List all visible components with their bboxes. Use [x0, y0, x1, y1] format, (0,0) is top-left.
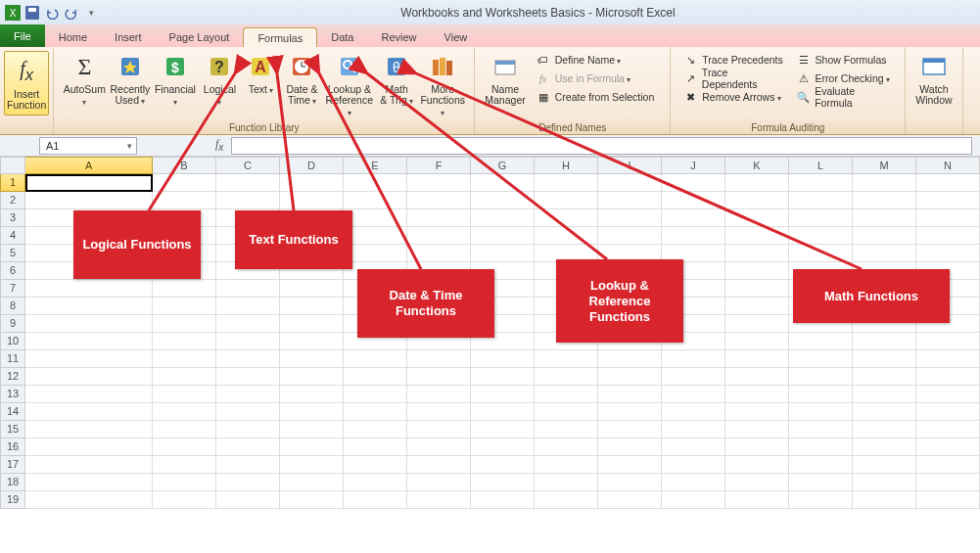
cell-E17[interactable]: [344, 456, 407, 474]
cell-M13[interactable]: [853, 386, 916, 403]
cell-K17[interactable]: [725, 456, 789, 474]
cell-K16[interactable]: [725, 438, 789, 456]
row-header-3[interactable]: 3: [0, 209, 25, 227]
cell-B16[interactable]: [153, 438, 216, 456]
column-header-B[interactable]: B: [153, 157, 216, 174]
cell-M1[interactable]: [853, 174, 916, 192]
cell-A1[interactable]: [25, 174, 153, 192]
math-trig-button[interactable]: θ Math & Trig: [376, 49, 417, 120]
cell-J1[interactable]: [662, 174, 725, 192]
cell-D8[interactable]: [280, 298, 344, 315]
cell-E13[interactable]: [344, 386, 407, 403]
trace-dependents-button[interactable]: ↗Trace Dependents: [678, 69, 787, 87]
cell-A9[interactable]: [25, 315, 153, 333]
cell-K4[interactable]: [725, 227, 789, 245]
column-header-E[interactable]: E: [344, 157, 407, 174]
select-all-corner[interactable]: [0, 157, 25, 174]
cell-C2[interactable]: [216, 192, 280, 209]
insert-function-button[interactable]: fx Insert Function: [4, 51, 49, 115]
cell-J19[interactable]: [662, 491, 725, 509]
cell-J3[interactable]: [662, 209, 725, 227]
row-header-13[interactable]: 13: [0, 386, 25, 403]
cell-K1[interactable]: [725, 174, 789, 192]
cell-B15[interactable]: [153, 421, 216, 438]
column-header-G[interactable]: G: [471, 157, 535, 174]
cell-E12[interactable]: [344, 368, 407, 386]
row-header-9[interactable]: 9: [0, 315, 25, 333]
cell-B13[interactable]: [153, 386, 216, 403]
cell-D16[interactable]: [280, 438, 344, 456]
row-header-15[interactable]: 15: [0, 421, 25, 438]
row-header-2[interactable]: 2: [0, 192, 25, 209]
row-header-12[interactable]: 12: [0, 368, 25, 386]
name-manager-button[interactable]: Name Manager: [481, 49, 529, 108]
tab-insert[interactable]: Insert: [101, 27, 156, 47]
cell-H18[interactable]: [535, 474, 598, 491]
cell-H13[interactable]: [535, 386, 598, 403]
cell-A18[interactable]: [25, 474, 153, 491]
row-header-6[interactable]: 6: [0, 262, 25, 280]
cell-L5[interactable]: [789, 245, 853, 262]
cell-N14[interactable]: [916, 403, 980, 421]
use-in-formula-button[interactable]: fxUse in Formula: [532, 69, 659, 87]
cell-M11[interactable]: [853, 350, 916, 368]
row-header-19[interactable]: 19: [0, 491, 25, 509]
row-header-10[interactable]: 10: [0, 333, 25, 350]
cell-C1[interactable]: [216, 174, 280, 192]
cell-J16[interactable]: [662, 438, 725, 456]
cell-I15[interactable]: [598, 421, 662, 438]
cell-D9[interactable]: [280, 315, 344, 333]
cell-B11[interactable]: [153, 350, 216, 368]
row-header-14[interactable]: 14: [0, 403, 25, 421]
cell-A12[interactable]: [25, 368, 153, 386]
cell-I19[interactable]: [598, 491, 662, 509]
cell-N17[interactable]: [916, 456, 980, 474]
cell-H4[interactable]: [535, 227, 598, 245]
cell-M3[interactable]: [853, 209, 916, 227]
excel-icon[interactable]: X: [4, 4, 22, 22]
cell-F1[interactable]: [407, 174, 471, 192]
cell-J12[interactable]: [662, 368, 725, 386]
cell-N19[interactable]: [916, 491, 980, 509]
cell-M12[interactable]: [853, 368, 916, 386]
cell-C8[interactable]: [216, 298, 280, 315]
cell-J11[interactable]: [662, 350, 725, 368]
cell-E3[interactable]: [344, 209, 407, 227]
row-header-8[interactable]: 8: [0, 298, 25, 315]
cell-B1[interactable]: [153, 174, 216, 192]
cell-B9[interactable]: [153, 315, 216, 333]
cell-K5[interactable]: [725, 245, 789, 262]
cell-F3[interactable]: [407, 209, 471, 227]
row-header-4[interactable]: 4: [0, 227, 25, 245]
column-header-D[interactable]: D: [280, 157, 344, 174]
cell-E5[interactable]: [344, 245, 407, 262]
column-header-M[interactable]: M: [853, 157, 916, 174]
create-from-selection-button[interactable]: ▦Create from Selection: [532, 88, 659, 106]
cell-L15[interactable]: [789, 421, 853, 438]
cell-C13[interactable]: [216, 386, 280, 403]
cell-I11[interactable]: [598, 350, 662, 368]
cell-N15[interactable]: [916, 421, 980, 438]
cell-M15[interactable]: [853, 421, 916, 438]
file-tab[interactable]: File: [0, 24, 45, 47]
cell-D15[interactable]: [280, 421, 344, 438]
cell-A14[interactable]: [25, 403, 153, 421]
cell-I16[interactable]: [598, 438, 662, 456]
cell-C17[interactable]: [216, 456, 280, 474]
cell-G14[interactable]: [471, 403, 535, 421]
cell-F14[interactable]: [407, 403, 471, 421]
cell-J4[interactable]: [662, 227, 725, 245]
fx-label-icon[interactable]: fx: [215, 137, 223, 153]
text-button[interactable]: A Text: [240, 49, 281, 120]
cell-E1[interactable]: [344, 174, 407, 192]
row-header-16[interactable]: 16: [0, 438, 25, 456]
cell-C9[interactable]: [216, 315, 280, 333]
cell-L13[interactable]: [789, 386, 853, 403]
cell-N5[interactable]: [916, 245, 980, 262]
qat-dropdown-icon[interactable]: ▾: [82, 4, 100, 22]
cell-N16[interactable]: [916, 438, 980, 456]
cell-H12[interactable]: [535, 368, 598, 386]
define-name-button[interactable]: 🏷Define Name: [532, 51, 659, 69]
cell-B18[interactable]: [153, 474, 216, 491]
cell-B8[interactable]: [153, 298, 216, 315]
